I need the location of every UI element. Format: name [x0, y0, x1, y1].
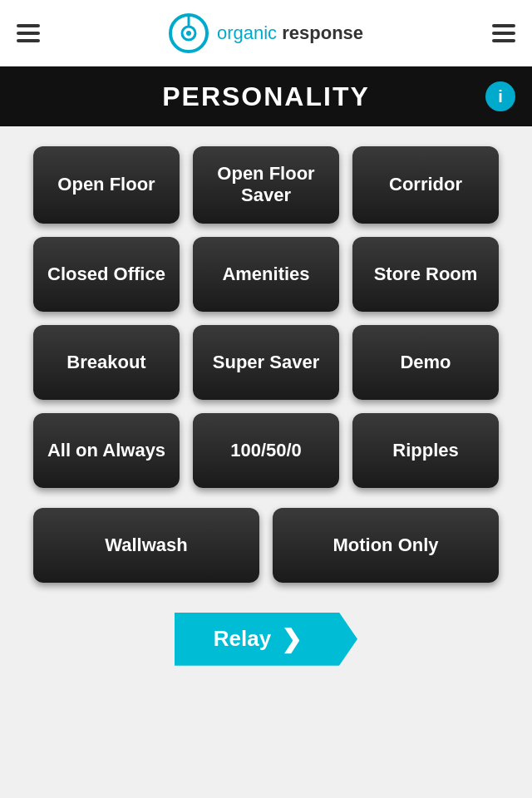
- left-menu-icon[interactable]: [17, 24, 40, 42]
- relay-button[interactable]: Relay ❯: [175, 613, 357, 666]
- personality-grid-last-row: WallwashMotion Only: [0, 508, 532, 599]
- right-menu-icon[interactable]: [492, 24, 515, 42]
- logo-icon: [169, 13, 209, 53]
- personality-btn-ripples[interactable]: Ripples: [352, 413, 499, 488]
- personality-btn-closed-office[interactable]: Closed Office: [33, 237, 180, 312]
- personality-btn-corridor[interactable]: Corridor: [352, 146, 499, 224]
- personality-btn-open-floor[interactable]: Open Floor: [33, 146, 180, 224]
- personality-btn-motion-only[interactable]: Motion Only: [273, 508, 499, 583]
- personality-btn-breakout[interactable]: Breakout: [33, 325, 180, 400]
- personality-btn-open-floor-saver[interactable]: Open Floor Saver: [193, 146, 339, 224]
- svg-point-3: [186, 31, 191, 36]
- logo: organic response: [169, 13, 363, 53]
- personality-btn-super-saver[interactable]: Super Saver: [193, 325, 339, 400]
- personality-btn-amenities[interactable]: Amenities: [193, 237, 339, 312]
- personality-btn-store-room[interactable]: Store Room: [352, 237, 499, 312]
- header: organic response: [0, 0, 532, 66]
- personality-btn-wallwash[interactable]: Wallwash: [33, 508, 259, 583]
- logo-text: organic response: [217, 22, 363, 44]
- relay-arrow-icon: ❯: [281, 624, 302, 653]
- personality-btn-100-50-0[interactable]: 100/50/0: [193, 413, 339, 488]
- info-button[interactable]: i: [485, 81, 515, 111]
- personality-grid: Open FloorOpen Floor SaverCorridorClosed…: [0, 126, 532, 508]
- relay-label: Relay: [214, 626, 271, 652]
- personality-btn-all-on-always[interactable]: All on Always: [33, 413, 180, 488]
- personality-btn-demo[interactable]: Demo: [352, 325, 499, 400]
- page-title: PERSONALITY: [162, 81, 370, 112]
- title-bar: PERSONALITY i: [0, 66, 532, 126]
- relay-container: Relay ❯: [0, 599, 532, 691]
